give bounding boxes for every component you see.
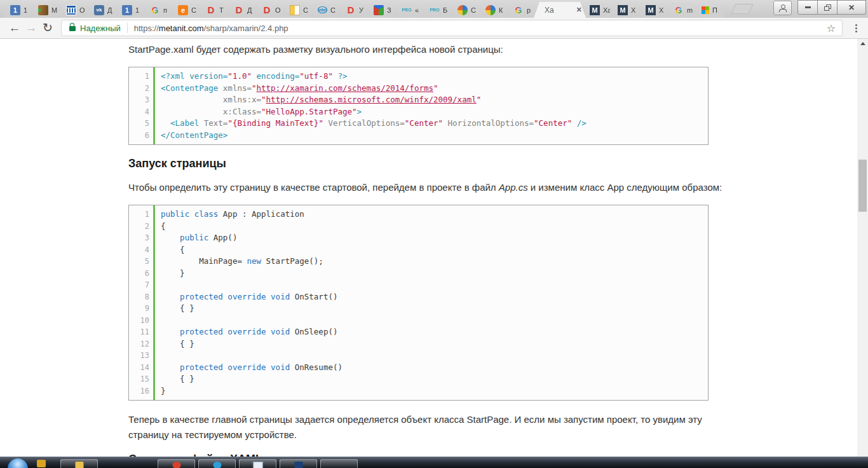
browser-tab[interactable]: vkД [86, 2, 118, 18]
code-line [161, 350, 342, 362]
tab-title: Б [443, 6, 450, 14]
line-number: 4 [129, 106, 149, 118]
scroll-up-arrow-icon[interactable] [857, 39, 868, 48]
bookmark-star-icon[interactable]: ☆ [827, 22, 836, 34]
tab-title: m [687, 6, 694, 14]
browser-tab[interactable]: DД [226, 2, 258, 18]
browser-tab[interactable]: Gп [142, 2, 174, 18]
tab-close-icon[interactable]: ✕ [576, 6, 582, 14]
line-number: 9 [129, 303, 149, 315]
tab-title: У [359, 6, 366, 14]
vertical-scrollbar[interactable] [857, 39, 868, 457]
tab-title: К [499, 6, 506, 14]
tab-title: р [527, 6, 534, 14]
intro-paragraph: StartPage.xaml будет содержать разметку … [128, 42, 722, 57]
tab-title: 1 [24, 6, 31, 14]
browser-tab[interactable]: О [58, 2, 90, 18]
restore-icon [824, 4, 831, 11]
browser-tab[interactable]: DТ [198, 2, 230, 18]
browser-tab[interactable]: еС [170, 2, 202, 18]
scrollbar-thumb[interactable] [858, 160, 867, 212]
taskbar-button[interactable] [239, 459, 276, 468]
paragraph-launch-text: Чтобы определить эту страницу в качестве… [128, 182, 499, 193]
browser-tab[interactable]: Gр [506, 2, 538, 18]
line-number: 6 [129, 268, 149, 280]
vk-favicon-icon: vk [94, 5, 104, 15]
person-icon [779, 4, 787, 12]
secure-lock-icon [69, 26, 76, 31]
line-number: 1 [129, 71, 149, 83]
code-line: { [161, 244, 342, 256]
browser-tab[interactable]: MX [638, 2, 670, 18]
security-label[interactable]: Надежный [80, 24, 121, 33]
browser-tab[interactable]: С [450, 2, 482, 18]
browser-tab-active[interactable]: Xa✕ [534, 2, 586, 18]
browser-tab[interactable]: 11 [3, 2, 34, 18]
taskbar-button[interactable] [60, 459, 98, 468]
minimize-icon [805, 6, 811, 8]
taskbar-button[interactable] [198, 459, 236, 468]
browser-tab[interactable]: PRO« [394, 2, 426, 18]
line-number: 2 [129, 83, 149, 95]
browser-tab[interactable]: 11 [114, 2, 146, 18]
browser-tab[interactable]: PROБ [422, 2, 454, 18]
restore-button[interactable] [818, 0, 837, 15]
browser-tab[interactable]: З [366, 2, 398, 18]
browser-tab[interactable]: M [31, 2, 62, 18]
browser-tab[interactable]: MX [610, 2, 642, 18]
back-button[interactable]: ← [6, 20, 23, 36]
tab-title: О [79, 6, 86, 14]
browser-tab[interactable]: intelС [310, 2, 342, 18]
taskbar-button[interactable] [280, 459, 317, 468]
code-line: { } [161, 303, 342, 315]
windows-taskbar[interactable] [0, 457, 868, 468]
code-line: public App() [161, 232, 342, 244]
browser-tab[interactable]: DО [254, 2, 286, 18]
line-number: 5 [129, 256, 149, 268]
minimize-button[interactable] [797, 0, 818, 15]
line-number: 3 [129, 232, 149, 244]
heading-structure: Структура файла XAML [128, 452, 722, 457]
code-line: MainPage= new StartPage(); [161, 256, 342, 268]
browser-tab[interactable]: К [478, 2, 510, 18]
code-line: <ContentPage xmlns="http://xamarin.com/s… [161, 83, 587, 95]
profile-button[interactable] [773, 1, 792, 15]
counter-1-favicon-icon: 1 [122, 5, 132, 15]
code-line: protected override void OnStart() [161, 291, 342, 303]
door-favicon-icon [38, 5, 48, 15]
paragraph-launch-text-2: и изменим класс App следующим образом: [528, 182, 722, 193]
tab-title: С [191, 6, 198, 14]
taskbar-button[interactable] [320, 459, 358, 468]
browser-tab[interactable]: Gm [666, 2, 698, 18]
browser-tab[interactable]: С [282, 2, 314, 18]
pinned-app-icon[interactable] [37, 460, 46, 467]
tab-title: О [275, 6, 282, 14]
browser-tab[interactable]: DУ [338, 2, 370, 18]
chrome-menu-icon[interactable] [850, 22, 862, 34]
close-icon: ✕ [848, 3, 855, 12]
tab-title: П [712, 6, 722, 14]
tab-title: Д [107, 6, 114, 14]
line-number: 13 [129, 350, 149, 362]
line-number-gutter: 123456 [129, 71, 153, 141]
paragraph-launch: Чтобы определить эту страницу в качестве… [128, 180, 722, 195]
tab-title: X [631, 6, 638, 14]
forward-button[interactable]: → [23, 20, 39, 36]
doc-favicon-icon [290, 5, 300, 15]
tab-strip: 11MОvkД11GпеСDТDДDОСintelСDУЗPRO«PROБСКG… [0, 0, 868, 18]
reload-button[interactable]: ↻ [39, 20, 56, 36]
counter-1-favicon-icon: 1 [10, 5, 20, 15]
browser-tab[interactable]: MXa [582, 2, 614, 18]
window-controls: ✕ [773, 0, 866, 15]
url-text[interactable]: https://metanit.com/sharp/xamarin/2.4.ph… [134, 24, 288, 33]
new-tab-button[interactable] [731, 4, 753, 14]
address-bar[interactable]: Надежный https://metanit.com/sharp/xamar… [61, 20, 843, 36]
close-window-button[interactable]: ✕ [837, 0, 866, 15]
google-favicon-icon: G [150, 5, 160, 15]
start-button[interactable] [8, 458, 28, 468]
line-number: 1 [129, 209, 149, 221]
browser-tab[interactable]: П [694, 2, 726, 18]
tab-title: Д [247, 6, 254, 14]
taskbar-button[interactable] [158, 459, 195, 468]
url-host: metanit.com [159, 24, 204, 33]
